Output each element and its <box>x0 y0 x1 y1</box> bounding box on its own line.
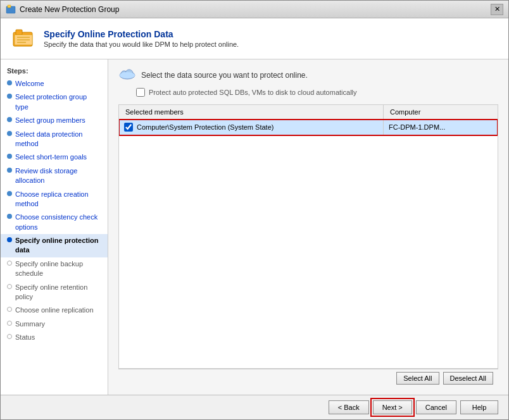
sidebar-item-online-backup[interactable]: Specify online backup schedule <box>1 257 108 281</box>
sidebar-item-label: Specify online retention policy <box>15 283 101 302</box>
sidebar-item-disk-storage[interactable]: Review disk storage allocation <box>1 164 108 188</box>
table-action-buttons: Select All Deselect All <box>118 369 498 387</box>
sidebar-dot <box>7 117 12 122</box>
sidebar-dot <box>7 94 12 99</box>
column-header-members: Selected members <box>119 105 384 119</box>
sidebar-item-label: Choose consistency check options <box>15 213 101 232</box>
header-icon <box>11 26 36 51</box>
auto-protect-label: Protect auto protected SQL DBs, VMs to d… <box>149 89 357 96</box>
sidebar-dot <box>7 334 12 339</box>
member-name: Computer\System Protection (System State… <box>137 123 273 131</box>
deselect-all-button[interactable]: Deselect All <box>443 372 493 385</box>
instruction-row: Select the data source you want to prote… <box>118 67 498 83</box>
sidebar-item-label: Specify online protection data <box>15 236 101 256</box>
column-header-computer: Computer <box>384 105 498 119</box>
sidebar-item-consistency-check[interactable]: Choose consistency check options <box>1 211 108 234</box>
sidebar-dot <box>7 321 12 326</box>
sidebar-item-short-term[interactable]: Select short-term goals <box>1 151 108 164</box>
footer-nav: < Back Next > Cancel Help <box>1 395 508 419</box>
sidebar-dot <box>7 131 12 136</box>
sidebar-dot <box>7 80 12 85</box>
title-bar: Create New Protection Group ✕ <box>1 1 508 18</box>
next-button[interactable]: Next > <box>373 400 412 414</box>
sidebar-item-protection-type[interactable]: Select protection group type <box>1 90 108 114</box>
sidebar-item-label: Welcome <box>15 79 44 89</box>
back-button[interactable]: < Back <box>329 400 369 414</box>
row-checkbox[interactable] <box>124 123 133 132</box>
sidebar-item-online-protection[interactable]: Specify online protection data <box>1 234 108 257</box>
table-header: Selected members Computer <box>119 105 498 120</box>
instruction-text: Select the data source you want to prote… <box>141 71 308 80</box>
close-button[interactable]: ✕ <box>491 4 503 15</box>
content-area: Steps: Welcome Select protection group t… <box>1 59 508 395</box>
sidebar-item-label: Select group members <box>15 116 85 125</box>
footer-nav-buttons: < Back Next > Cancel Help <box>329 400 498 414</box>
help-button[interactable]: Help <box>460 400 498 414</box>
sidebar-dot-current <box>7 237 12 242</box>
sidebar-item-label: Status <box>15 333 35 342</box>
sidebar-dot <box>7 191 12 196</box>
sidebar-dot <box>7 168 12 173</box>
sidebar-dot <box>7 154 12 159</box>
table-row[interactable]: Computer\System Protection (System State… <box>119 120 498 135</box>
sidebar-item-label: Specify online backup schedule <box>15 259 101 279</box>
header-text-block: Specify Online Protection Data Specify t… <box>44 29 239 48</box>
window-icon <box>6 4 16 15</box>
cell-member: Computer\System Protection (System State… <box>119 120 384 135</box>
sidebar-item-online-replication[interactable]: Choose online replication <box>1 304 108 317</box>
sidebar-item-label: Review disk storage allocation <box>15 166 101 186</box>
sidebar-item-label: Select data protection method <box>15 130 101 149</box>
header-title: Specify Online Protection Data <box>44 29 239 39</box>
members-table: Selected members Computer Computer\Syste… <box>118 104 498 369</box>
sidebar-item-status[interactable]: Status <box>1 331 108 344</box>
svg-rect-1 <box>8 5 11 8</box>
sidebar-item-label: Choose online replication <box>15 306 94 315</box>
cloud-icon <box>118 67 136 83</box>
steps-label: Steps: <box>1 65 108 77</box>
main-content: Select the data source you want to prote… <box>108 59 508 395</box>
sidebar-item-group-members[interactable]: Select group members <box>1 114 108 127</box>
sidebar-dot <box>7 214 12 219</box>
header-subtitle: Specify the data that you would like DPM… <box>44 40 239 48</box>
sidebar-item-label: Select protection group type <box>15 92 101 112</box>
auto-protect-checkbox-row: Protect auto protected SQL DBs, VMs to d… <box>118 88 498 97</box>
sidebar-dot <box>7 307 12 312</box>
sidebar-item-replica-creation[interactable]: Choose replica creation method <box>1 188 108 211</box>
sidebar-item-online-retention[interactable]: Specify online retention policy <box>1 281 108 304</box>
auto-protect-checkbox[interactable] <box>136 88 145 97</box>
select-all-button[interactable]: Select All <box>396 372 439 385</box>
svg-rect-3 <box>16 30 22 35</box>
sidebar-item-label: Select short-term goals <box>15 152 87 162</box>
svg-point-11 <box>120 72 135 78</box>
sidebar-item-summary[interactable]: Summary <box>1 318 108 331</box>
sidebar-dot <box>7 261 12 266</box>
sidebar-item-data-protection[interactable]: Select data protection method <box>1 128 108 151</box>
cancel-button[interactable]: Cancel <box>416 400 456 414</box>
cell-computer: FC-DPM-1.DPM... <box>384 120 498 134</box>
sidebar-item-label: Summary <box>15 319 45 329</box>
title-bar-text: Create New Protection Group <box>20 5 491 14</box>
sidebar: Steps: Welcome Select protection group t… <box>1 59 108 395</box>
footer-spacer <box>11 400 329 414</box>
dialog-header: Specify Online Protection Data Specify t… <box>1 18 508 59</box>
main-window: Create New Protection Group ✕ Specify On… <box>0 0 509 420</box>
sidebar-item-label: Choose replica creation method <box>15 190 101 209</box>
sidebar-item-welcome[interactable]: Welcome <box>1 77 108 90</box>
sidebar-dot <box>7 284 12 289</box>
